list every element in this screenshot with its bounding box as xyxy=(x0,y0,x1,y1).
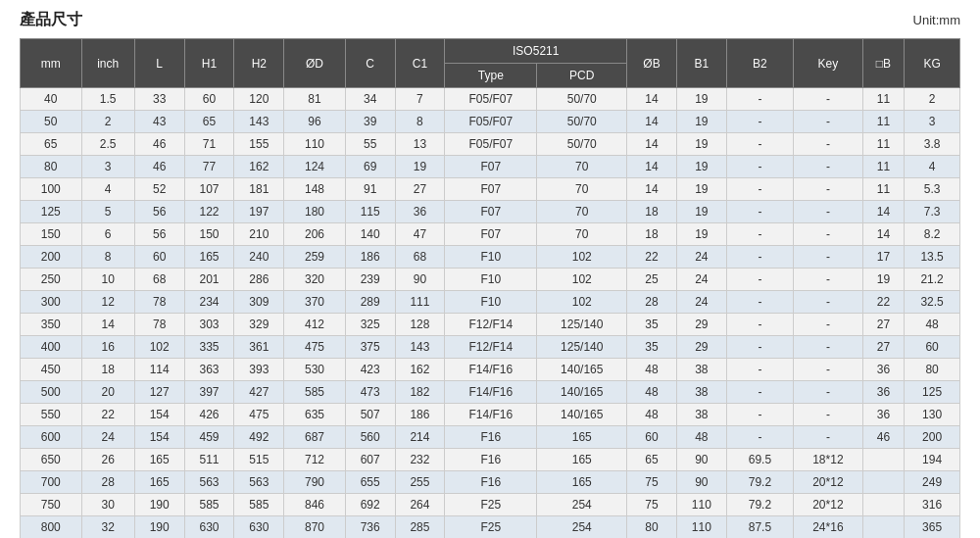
cell-B1: 90 xyxy=(676,471,726,494)
cell-iso_type: F10 xyxy=(445,291,537,314)
cell-OB: 14 xyxy=(627,156,677,178)
table-row: 502436514396398F05/F0750/701419--113 xyxy=(21,111,960,133)
cell-Key: - xyxy=(794,381,863,404)
cell-OB: 48 xyxy=(627,381,677,404)
cell-sqB: 19 xyxy=(862,269,904,291)
cell-KG: 3 xyxy=(905,111,960,133)
cell-sqB: 36 xyxy=(862,404,904,426)
unit-label: Unit:mm xyxy=(913,13,960,27)
col-mm: mm xyxy=(21,39,82,88)
cell-L: 154 xyxy=(134,404,184,426)
cell-H1: 511 xyxy=(184,449,234,471)
cell-KG: 60 xyxy=(905,336,960,359)
cell-H2: 630 xyxy=(234,516,284,539)
cell-KG: 130 xyxy=(905,404,960,426)
cell-OD: 370 xyxy=(284,291,346,314)
cell-inch: 20 xyxy=(81,381,134,404)
cell-iso_type: F05/F07 xyxy=(445,111,537,133)
cell-B1: 24 xyxy=(676,291,726,314)
cell-KG: 13.5 xyxy=(905,246,960,269)
table-row: 45018114363393530423162F14/F16140/165483… xyxy=(21,359,960,381)
cell-C1: 285 xyxy=(395,516,445,539)
cell-mm: 750 xyxy=(21,494,82,516)
table-row: 3501478303329412325128F12/F14125/1403529… xyxy=(21,314,960,336)
cell-L: 46 xyxy=(134,156,184,178)
cell-L: 154 xyxy=(134,426,184,449)
col-Key: Key xyxy=(794,39,863,88)
cell-B1: 29 xyxy=(676,336,726,359)
cell-B1: 38 xyxy=(676,404,726,426)
cell-B2: 79.2 xyxy=(726,471,793,494)
table-row: 40016102335361475375143F12/F14125/140352… xyxy=(21,336,960,359)
cell-OB: 22 xyxy=(627,246,677,269)
cell-C: 39 xyxy=(345,111,395,133)
cell-sqB: 11 xyxy=(862,133,904,156)
cell-C: 607 xyxy=(345,449,395,471)
cell-mm: 250 xyxy=(21,269,82,291)
cell-B1: 24 xyxy=(676,246,726,269)
cell-Key: - xyxy=(794,133,863,156)
cell-B1: 110 xyxy=(676,494,726,516)
cell-B1: 24 xyxy=(676,269,726,291)
cell-C: 473 xyxy=(345,381,395,404)
cell-KG: 80 xyxy=(905,359,960,381)
cell-H2: 197 xyxy=(234,201,284,223)
cell-OD: 530 xyxy=(284,359,346,381)
cell-OB: 75 xyxy=(627,471,677,494)
cell-sqB xyxy=(862,516,904,539)
table-row: 3001278234309370289111F101022824--2232.5 xyxy=(21,291,960,314)
cell-Key: - xyxy=(794,404,863,426)
cell-iso_type: F10 xyxy=(445,246,537,269)
cell-C: 325 xyxy=(345,314,395,336)
cell-OB: 65 xyxy=(627,449,677,471)
cell-L: 56 xyxy=(134,223,184,246)
cell-KG: 8.2 xyxy=(905,223,960,246)
cell-H1: 335 xyxy=(184,336,234,359)
cell-C1: 7 xyxy=(395,88,445,111)
cell-C: 423 xyxy=(345,359,395,381)
cell-B1: 38 xyxy=(676,381,726,404)
cell-H2: 475 xyxy=(234,404,284,426)
cell-OD: 635 xyxy=(284,404,346,426)
cell-iso_type: F07 xyxy=(445,201,537,223)
cell-iso_pcd: 140/165 xyxy=(537,359,627,381)
cell-KG: 4 xyxy=(905,156,960,178)
cell-iso_type: F14/F16 xyxy=(445,359,537,381)
header-row-1: mm inch L H1 H2 ØD C C1 ISO5211 ØB B1 B2… xyxy=(21,39,960,64)
cell-B1: 48 xyxy=(676,426,726,449)
cell-mm: 450 xyxy=(21,359,82,381)
cell-OD: 259 xyxy=(284,246,346,269)
cell-iso_pcd: 140/165 xyxy=(537,404,627,426)
cell-Key: - xyxy=(794,201,863,223)
cell-inch: 5 xyxy=(81,201,134,223)
cell-inch: 30 xyxy=(81,494,134,516)
cell-OB: 60 xyxy=(627,426,677,449)
cell-C1: 8 xyxy=(395,111,445,133)
table-row: 1004521071811489127F07701419--115.3 xyxy=(21,178,960,201)
cell-C1: 128 xyxy=(395,314,445,336)
cell-H1: 563 xyxy=(184,471,234,494)
cell-H1: 363 xyxy=(184,359,234,381)
table-row: 12555612219718011536F07701819--147.3 xyxy=(21,201,960,223)
col-C: C xyxy=(345,39,395,88)
cell-C1: 255 xyxy=(395,471,445,494)
cell-inch: 8 xyxy=(81,246,134,269)
cell-iso_type: F14/F16 xyxy=(445,404,537,426)
cell-C: 507 xyxy=(345,404,395,426)
cell-L: 33 xyxy=(134,88,184,111)
cell-mm: 350 xyxy=(21,314,82,336)
table-row: 60024154459492687560214F161656048--46200 xyxy=(21,426,960,449)
cell-sqB: 17 xyxy=(862,246,904,269)
cell-inch: 14 xyxy=(81,314,134,336)
cell-Key: 24*16 xyxy=(794,516,863,539)
cell-C: 289 xyxy=(345,291,395,314)
cell-OD: 870 xyxy=(284,516,346,539)
cell-iso_type: F07 xyxy=(445,178,537,201)
cell-inch: 28 xyxy=(81,471,134,494)
cell-iso_pcd: 254 xyxy=(537,494,627,516)
cell-Key: - xyxy=(794,88,863,111)
cell-OD: 81 xyxy=(284,88,346,111)
cell-inch: 10 xyxy=(81,269,134,291)
col-KG: KG xyxy=(905,39,960,88)
cell-Key: - xyxy=(794,156,863,178)
